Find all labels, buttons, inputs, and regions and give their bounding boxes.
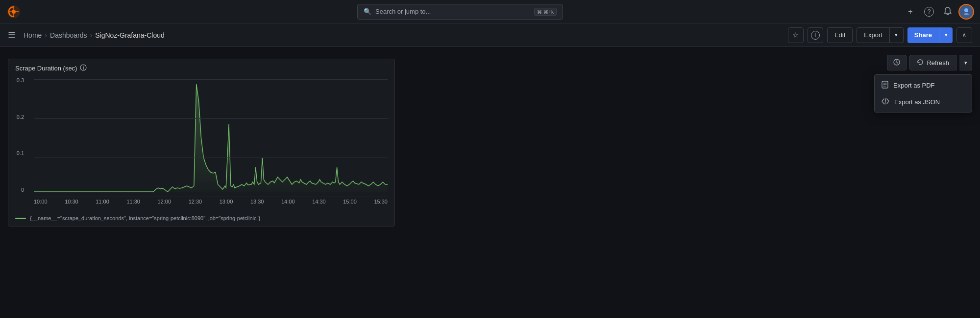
chevron-down-icon: ▾ — [945, 32, 948, 38]
help-button[interactable]: ? — [921, 4, 937, 20]
y-label-0.2: 0.2 — [8, 114, 27, 120]
export-pdf-item[interactable]: Export as PDF — [875, 77, 972, 94]
chart-title: Scrape Duration (sec) — [15, 65, 77, 72]
chevron-down-icon: ▾ — [895, 32, 898, 38]
legend-color-indicator — [15, 218, 26, 219]
grid-line-bottom — [34, 197, 388, 197]
export-button-group: Export ▾ — [857, 27, 904, 43]
time-controls: Refresh ▾ — [887, 55, 972, 70]
collapse-button[interactable]: ∧ — [956, 27, 972, 43]
x-label-1330: 13:30 — [250, 199, 264, 204]
y-label-0: 0 — [8, 187, 27, 193]
breadcrumb-sep-1: › — [45, 31, 47, 39]
x-label-1130: 11:30 — [126, 199, 140, 204]
legend-text: {__name__="scrape_duration_seconds", ins… — [30, 215, 260, 221]
grid-line-top — [34, 79, 388, 80]
chevron-down-icon: ▾ — [964, 60, 967, 66]
chart-info-icon[interactable] — [80, 64, 87, 72]
grid-lines — [34, 79, 388, 197]
x-label-1100: 11:00 — [96, 199, 109, 204]
plus-icon: + — [908, 7, 912, 16]
y-label-0.3: 0.3 — [8, 77, 27, 83]
share-button-group: Share ▾ — [907, 27, 953, 43]
breadcrumb-home[interactable]: Home — [24, 31, 42, 39]
json-icon — [882, 98, 889, 106]
clock-icon — [893, 59, 900, 67]
export-button[interactable]: Export — [857, 27, 890, 43]
breadcrumb-actions: ☆ i Edit Export ▾ Share ▾ ∧ — [788, 27, 972, 43]
star-button[interactable]: ☆ — [788, 27, 804, 43]
info-icon: i — [811, 31, 820, 40]
x-label-1300: 13:00 — [220, 199, 233, 204]
add-button[interactable]: + — [903, 4, 918, 20]
export-pdf-label: Export as PDF — [893, 82, 935, 89]
x-label-1530: 15:30 — [374, 199, 388, 204]
chart-panel: Scrape Duration (sec) 0.3 0.2 0.1 0 — [8, 59, 395, 227]
breadcrumb-current: SigNoz-Grafana-Cloud — [95, 31, 165, 39]
refresh-button[interactable]: Refresh — [909, 55, 956, 70]
share-chevron-button[interactable]: ▾ — [939, 27, 953, 43]
x-label-1400: 14:00 — [281, 199, 295, 204]
chart-header: Scrape Duration (sec) — [8, 59, 394, 75]
info-button[interactable]: i — [808, 27, 823, 43]
export-chevron-button[interactable]: ▾ — [890, 27, 904, 43]
main-content: Refresh ▾ Export as PDF Export as — [0, 47, 980, 234]
star-icon: ☆ — [792, 31, 799, 40]
x-label-1200: 12:00 — [158, 199, 172, 204]
edit-label: Edit — [834, 31, 845, 39]
y-axis: 0.3 0.2 0.1 0 — [8, 75, 27, 195]
shortcut-symbol: ⌘ ⌘+k — [537, 9, 554, 15]
svg-point-1 — [12, 10, 16, 14]
refresh-chevron-button[interactable]: ▾ — [959, 55, 972, 70]
user-avatar[interactable] — [958, 4, 974, 20]
export-label: Export — [864, 31, 882, 39]
share-label: Share — [914, 31, 932, 39]
time-range-button[interactable] — [887, 55, 906, 70]
breadcrumb-dashboards[interactable]: Dashboards — [50, 31, 87, 39]
x-label-1030: 10:30 — [65, 199, 78, 204]
export-json-item[interactable]: Export as JSON — [875, 94, 972, 110]
x-label-1430: 14:30 — [312, 199, 326, 204]
top-navigation: 🔍 Search or jump to... ⌘ ⌘+k + ? — [0, 0, 980, 23]
breadcrumb: Home › Dashboards › SigNoz-Grafana-Cloud — [24, 31, 165, 39]
svg-point-7 — [83, 66, 84, 67]
y-label-0.1: 0.1 — [8, 150, 27, 156]
svg-point-3 — [964, 8, 968, 12]
app-logo[interactable] — [6, 4, 22, 20]
x-label-1230: 12:30 — [189, 199, 202, 204]
x-label-1000: 10:00 — [34, 199, 48, 204]
bell-icon — [943, 6, 952, 17]
grid-line-33 — [34, 118, 388, 119]
breadcrumb-sep-2: › — [90, 31, 93, 39]
menu-toggle[interactable]: ☰ — [8, 30, 16, 41]
breadcrumb-bar: ☰ Home › Dashboards › SigNoz-Grafana-Clo… — [0, 23, 980, 47]
collapse-icon: ∧ — [962, 31, 967, 39]
help-icon: ? — [924, 7, 934, 17]
keyboard-shortcut: ⌘ ⌘+k — [534, 8, 557, 16]
chart-area: 0.3 0.2 0.1 0 — [8, 75, 394, 212]
nav-right-actions: + ? — [903, 4, 974, 20]
refresh-label: Refresh — [927, 59, 949, 67]
x-axis: 10:00 10:30 11:00 11:30 12:00 12:30 13:0… — [34, 197, 388, 206]
notifications-button[interactable] — [940, 4, 956, 20]
search-icon: 🔍 — [364, 8, 371, 15]
grid-line-66 — [34, 158, 388, 158]
share-button[interactable]: Share — [907, 27, 939, 43]
chart-inner — [34, 79, 388, 197]
search-placeholder: Search or jump to... — [375, 8, 431, 15]
pdf-icon — [882, 81, 888, 90]
chart-legend: {__name__="scrape_duration_seconds", ins… — [8, 212, 394, 226]
export-json-label: Export as JSON — [894, 98, 940, 106]
export-dropdown: Export as PDF Export as JSON — [874, 74, 972, 113]
search-bar[interactable]: 🔍 Search or jump to... ⌘ ⌘+k — [357, 4, 563, 20]
refresh-icon — [917, 59, 924, 67]
x-label-1500: 15:00 — [343, 199, 357, 204]
edit-button[interactable]: Edit — [827, 27, 853, 43]
